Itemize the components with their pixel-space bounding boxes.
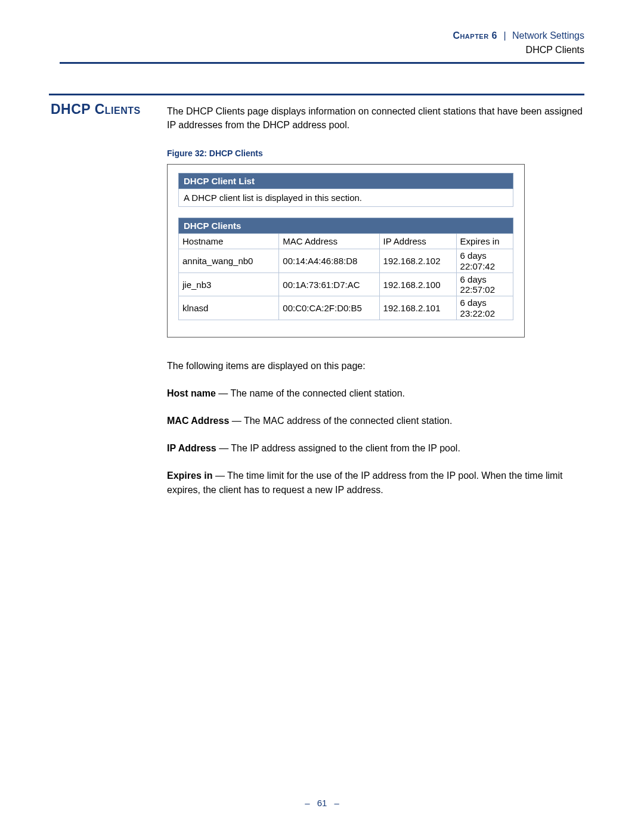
definition-item: Expires in — The time limit for the use … xyxy=(167,469,584,497)
col-mac: MAC Address xyxy=(279,234,379,249)
dhcp-clients-table: DHCP Clients Hostname MAC Address IP Add… xyxy=(178,218,513,320)
figure-caption: Figure 32: DHCP Clients xyxy=(167,148,584,158)
cell-mac: 00:C0:CA:2F:D0:B5 xyxy=(279,296,379,320)
table-row: annita_wang_nb0 00:14:A4:46:88:D8 192.16… xyxy=(179,249,513,273)
term-expires: Expires in xyxy=(167,470,212,481)
chapter-label: Chapter 6 xyxy=(453,30,497,41)
panel-client-list-header: DHCP Client List xyxy=(178,173,513,189)
page-footer: – 61 – xyxy=(0,798,644,808)
page-number: 61 xyxy=(317,798,327,808)
cell-mac: 00:1A:73:61:D7:AC xyxy=(279,272,379,296)
panel-client-list-desc: A DHCP client list is displayed in this … xyxy=(178,189,513,207)
intro-paragraph: The DHCP Clients page displays informati… xyxy=(167,104,584,132)
col-hostname: Hostname xyxy=(179,234,279,249)
cell-hostname: annita_wang_nb0 xyxy=(179,249,279,273)
cell-expires: 6 days22:07:42 xyxy=(456,249,513,273)
col-ip: IP Address xyxy=(379,234,456,249)
header-divider: | xyxy=(503,30,506,41)
table-row: klnasd 00:C0:CA:2F:D0:B5 192.168.2.101 6… xyxy=(179,296,513,320)
cell-hostname: klnasd xyxy=(179,296,279,320)
col-expires: Expires in xyxy=(456,234,513,249)
definition-item: MAC Address — The MAC address of the con… xyxy=(167,414,584,428)
header-subsection: DHCP Clients xyxy=(526,45,584,55)
screenshot-figure: DHCP Client List A DHCP client list is d… xyxy=(167,164,525,337)
table-title: DHCP Clients xyxy=(179,218,513,234)
cell-expires: 6 days23:22:02 xyxy=(456,296,513,320)
cell-ip: 192.168.2.100 xyxy=(379,272,456,296)
definition-item: Host name — The name of the connected cl… xyxy=(167,386,584,401)
cell-hostname: jie_nb3 xyxy=(179,272,279,296)
cell-mac: 00:14:A4:46:88:D8 xyxy=(279,249,379,273)
term-mac: MAC Address xyxy=(167,416,229,426)
cell-ip: 192.168.2.102 xyxy=(379,249,456,273)
section-rule xyxy=(49,94,584,95)
term-hostname: Host name xyxy=(167,388,216,398)
cell-expires: 6 days22:57:02 xyxy=(456,272,513,296)
definition-item: IP Address — The IP address assigned to … xyxy=(167,441,584,456)
header-section: Network Settings xyxy=(512,30,584,41)
post-intro: The following items are displayed on thi… xyxy=(167,359,584,373)
table-row: jie_nb3 00:1A:73:61:D7:AC 192.168.2.100 … xyxy=(179,272,513,296)
page-header: Chapter 6 | Network Settings DHCP Client… xyxy=(60,29,584,57)
cell-ip: 192.168.2.101 xyxy=(379,296,456,320)
term-ip: IP Address xyxy=(167,443,216,453)
